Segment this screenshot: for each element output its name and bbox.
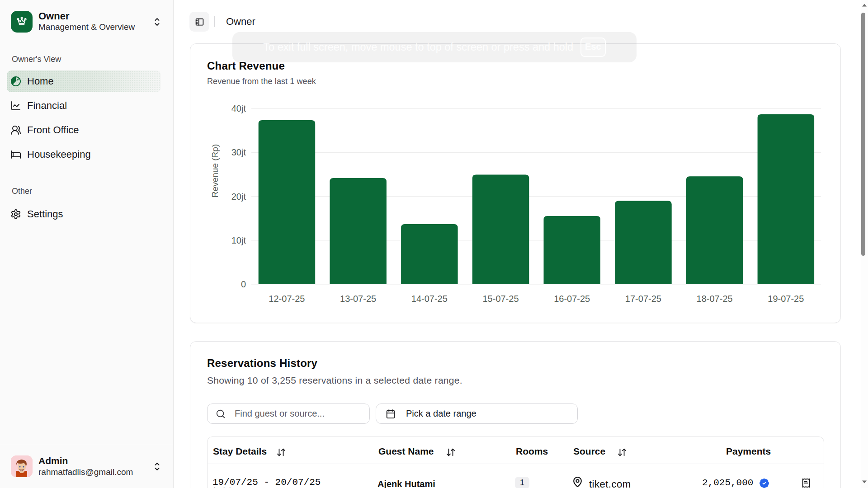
svg-text:18-07-25: 18-07-25 xyxy=(697,294,733,304)
svg-text:14-07-25: 14-07-25 xyxy=(411,294,448,304)
svg-text:0: 0 xyxy=(241,279,246,289)
svg-text:13-07-25: 13-07-25 xyxy=(340,294,376,304)
svg-text:17-07-25: 17-07-25 xyxy=(625,294,661,304)
svg-text:20jt: 20jt xyxy=(231,192,246,202)
svg-text:40jt: 40jt xyxy=(231,103,246,113)
svg-text:10jt: 10jt xyxy=(231,235,246,245)
svg-text:12-07-25: 12-07-25 xyxy=(269,294,305,304)
svg-text:Revenue (Rp): Revenue (Rp) xyxy=(210,144,220,197)
svg-text:16-07-25: 16-07-25 xyxy=(554,294,590,304)
svg-text:15-07-25: 15-07-25 xyxy=(482,294,519,304)
svg-text:19-07-25: 19-07-25 xyxy=(768,294,804,304)
svg-text:30jt: 30jt xyxy=(231,147,246,157)
